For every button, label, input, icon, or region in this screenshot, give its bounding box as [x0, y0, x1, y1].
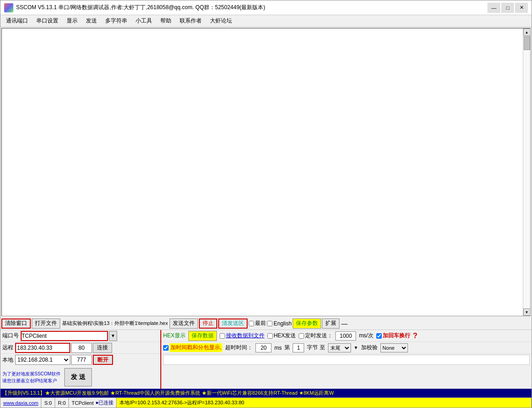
save-params-button[interactable]: 保存参数 — [293, 319, 321, 329]
local-label: 本地 — [1, 356, 14, 364]
end-select[interactable]: 末尾 — [328, 343, 351, 352]
local-ip-select[interactable]: 192.168.208.1 — [15, 355, 70, 365]
minimize-button[interactable]: — — [487, 3, 500, 13]
menu-display[interactable]: 显示 — [63, 16, 81, 26]
bottom-right-panel: HEX显示 保存数据 接收数据到文件 HEX发送 定时发送： — [161, 330, 532, 389]
scroll-up-button[interactable]: ▲ — [523, 28, 531, 36]
r-value: R:0 — [55, 398, 69, 408]
scroll-down-button[interactable]: ▼ — [523, 308, 531, 316]
scroll-thumb[interactable] — [524, 36, 530, 50]
timed-interval-input[interactable] — [335, 331, 356, 341]
local-address-row: 本地 192.168.208.1 断开 — [0, 354, 160, 366]
timed-send-label: 定时发送： — [305, 332, 333, 340]
checksum-arrow-icon: ▼ — [354, 345, 358, 350]
maximize-button[interactable]: □ — [501, 3, 514, 13]
byte-label: 第 — [284, 344, 290, 352]
timeout-input[interactable] — [255, 343, 272, 352]
recv-file-checkbox[interactable] — [220, 333, 225, 339]
connect-button[interactable]: 连接 — [93, 343, 112, 353]
upgrade-text: 【升级到V5.13.1】★大资源MCU开发板9.9包邮 ★RT-Thread中国… — [2, 390, 334, 396]
menu-send[interactable]: 发送 — [82, 16, 101, 26]
newline-checkbox-label[interactable]: 加回车换行 — [376, 332, 410, 340]
remote-port-input[interactable] — [71, 343, 92, 353]
timed-send-checkbox[interactable] — [299, 333, 304, 339]
local-port-input[interactable] — [71, 355, 92, 365]
send-input-row — [161, 354, 532, 366]
open-file-button[interactable]: 打开文件 — [32, 319, 60, 329]
checksum-label: 加校验 — [361, 344, 378, 352]
send-text-input[interactable] — [163, 355, 530, 365]
filepath-text: 基础实验例程\实验13：外部中断1\template.hex — [61, 320, 169, 327]
status-bar: www.daxia.com S:0 R:0 TCPclient ●已连接 本地I… — [0, 397, 532, 408]
port-dropdown-arrow[interactable]: ▼ — [109, 331, 117, 341]
checksum-select[interactable]: None — [380, 343, 408, 352]
menu-comm-port[interactable]: 通讯端口 — [2, 16, 32, 26]
window-controls: — □ ✕ — [487, 3, 528, 13]
latest-checkbox-label[interactable]: 最前 — [249, 319, 266, 327]
expand-button[interactable]: 扩展 — [322, 319, 340, 329]
timestamp-label: 加时间戳和分包显示, — [170, 343, 222, 352]
timed-send-checkbox-label[interactable]: 定时发送： — [299, 332, 333, 340]
recv-file-checkbox-label[interactable]: 接收数据到文件 — [220, 332, 265, 340]
vertical-scrollbar[interactable]: ▲ ▼ — [523, 28, 530, 316]
toolbar-row: 清除窗口 打开文件 基础实验例程\实验13：外部中断1\template.hex… — [0, 317, 532, 330]
close-button[interactable]: ✕ — [515, 3, 528, 13]
save-data-button[interactable]: 保存数据 — [188, 331, 217, 341]
scroll-track[interactable] — [523, 36, 531, 308]
menu-multi-string[interactable]: 多字符串 — [102, 16, 131, 26]
remote-label: 远程 — [1, 344, 14, 352]
menu-tools[interactable]: 小工具 — [132, 16, 156, 26]
byte-value-input[interactable] — [293, 343, 304, 352]
english-checkbox-label[interactable]: English — [267, 320, 291, 327]
tcp-status-text: TCPclient — [72, 400, 94, 406]
title-bar: SSCOM V5.13.1 串口/网络数据调试器,作者:大虾丁丁,2618058… — [0, 0, 532, 15]
menu-bar: 通讯端口 串口设置 显示 发送 多字符串 小工具 帮助 联系作者 大虾论坛 — [0, 15, 532, 27]
question-icon[interactable]: ? — [413, 332, 418, 340]
bottom-panel: 端口号 ▼ 远程 连接 本地 192.168.208.1 — [0, 330, 532, 408]
english-checkbox[interactable] — [267, 321, 272, 326]
clear-window-button[interactable]: 清除窗口 — [1, 319, 31, 329]
website-link[interactable]: www.daxia.com — [0, 398, 41, 408]
port-number-row: 端口号 ▼ — [0, 330, 160, 342]
recv-file-label: 接收数据到文件 — [226, 332, 265, 340]
menu-help[interactable]: 帮助 — [157, 16, 175, 26]
newline-label: 加回车换行 — [383, 332, 410, 340]
latest-label: 最前 — [255, 319, 266, 327]
main-display-area[interactable]: ▲ ▼ — [1, 28, 531, 316]
latest-checkbox[interactable] — [249, 321, 254, 326]
timeout-label: 超时时间： — [225, 344, 253, 352]
stop-button[interactable]: 停止 — [199, 319, 217, 329]
send-button[interactable]: 发 送 — [64, 368, 92, 386]
app-icon — [4, 3, 13, 12]
send-section: 为了更好地发展SSCOM软件 请您注册嘉立创IP结尾客户 发 送 — [0, 366, 160, 389]
connection-status: ●已连接 — [96, 399, 114, 406]
remote-address-row: 远程 连接 — [0, 342, 160, 354]
s-value: S:0 — [41, 398, 55, 408]
dash-icon: — — [340, 320, 349, 327]
send-file-button[interactable]: 发送文件 — [170, 319, 198, 329]
timeout-unit: ms — [274, 345, 282, 351]
ip-info: 本地IP=100.2.153.42:27636->远程IP=183.230.40… — [117, 398, 532, 408]
disconnect-button[interactable]: 断开 — [93, 355, 113, 365]
timestamp-row: 加时间戳和分包显示, 超时时间： ms 第 字节 至 末尾 ▼ 加校验 None — [161, 342, 532, 354]
menu-serial-settings[interactable]: 串口设置 — [33, 16, 62, 26]
english-label: English — [273, 320, 291, 327]
port-number-label: 端口号 — [1, 332, 20, 340]
timestamp-checkbox[interactable] — [163, 345, 169, 351]
hex-display-row: HEX显示 保存数据 接收数据到文件 HEX发送 定时发送： — [161, 330, 532, 342]
byte-unit-label: 字节 至 — [307, 344, 325, 352]
hex-send-checkbox[interactable] — [267, 333, 273, 339]
hex-send-checkbox-label[interactable]: HEX发送 — [267, 332, 296, 340]
newline-checkbox[interactable] — [376, 333, 382, 339]
remote-ip-input[interactable] — [15, 343, 70, 353]
sponsor-line1: 为了更好地发展SSCOM软件 — [2, 370, 61, 377]
hex-display-label[interactable]: HEX显示 — [163, 332, 186, 340]
upgrade-banner: 【升级到V5.13.1】★大资源MCU开发板9.9包邮 ★RT-Thread中国… — [0, 389, 532, 397]
window-title: SSCOM V5.13.1 串口/网络数据调试器,作者:大虾丁丁,2618058… — [16, 4, 487, 11]
menu-forum[interactable]: 大虾论坛 — [206, 16, 236, 26]
bottom-left-panel: 端口号 ▼ 远程 连接 本地 192.168.208.1 — [0, 330, 161, 389]
menu-contact[interactable]: 联系作者 — [176, 16, 205, 26]
timestamp-checkbox-label[interactable]: 加时间戳和分包显示, — [163, 343, 222, 352]
clear-send-button[interactable]: 清发送区 — [218, 319, 248, 329]
port-number-input[interactable] — [21, 331, 108, 341]
